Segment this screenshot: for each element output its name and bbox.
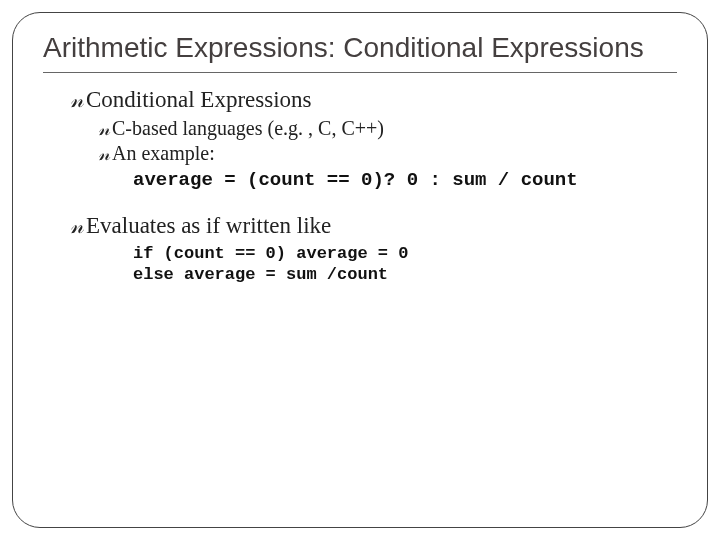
- slide-title: Arithmetic Expressions: Conditional Expr…: [43, 31, 677, 64]
- title-underline: [43, 72, 677, 73]
- bullet-conditional-expressions: 𝓃Conditional Expressions: [71, 87, 677, 113]
- bullet-c-based-languages: 𝓃C-based languages (e.g. , C, C++): [99, 117, 677, 140]
- code-line-2: else average = sum /count: [133, 265, 388, 284]
- bullet-text: An example:: [112, 142, 215, 164]
- bullet-icon: 𝓃: [71, 88, 84, 113]
- bullet-an-example: 𝓃An example:: [99, 142, 677, 165]
- bullet-icon: 𝓃: [71, 214, 84, 239]
- code-line-1: if (count == 0) average = 0: [133, 244, 408, 263]
- bullet-evaluates-as: 𝓃Evaluates as if written like: [71, 213, 677, 239]
- slide-frame: Arithmetic Expressions: Conditional Expr…: [12, 12, 708, 528]
- code-ternary-example: average = (count == 0)? 0 : sum / count: [133, 169, 677, 191]
- code-if-else-equivalent: if (count == 0) average = 0 else average…: [133, 243, 677, 286]
- bullet-icon: 𝓃: [99, 118, 110, 140]
- bullet-text: C-based languages (e.g. , C, C++): [112, 117, 384, 139]
- bullet-text: Evaluates as if written like: [86, 213, 331, 238]
- bullet-icon: 𝓃: [99, 143, 110, 165]
- bullet-text: Conditional Expressions: [86, 87, 312, 112]
